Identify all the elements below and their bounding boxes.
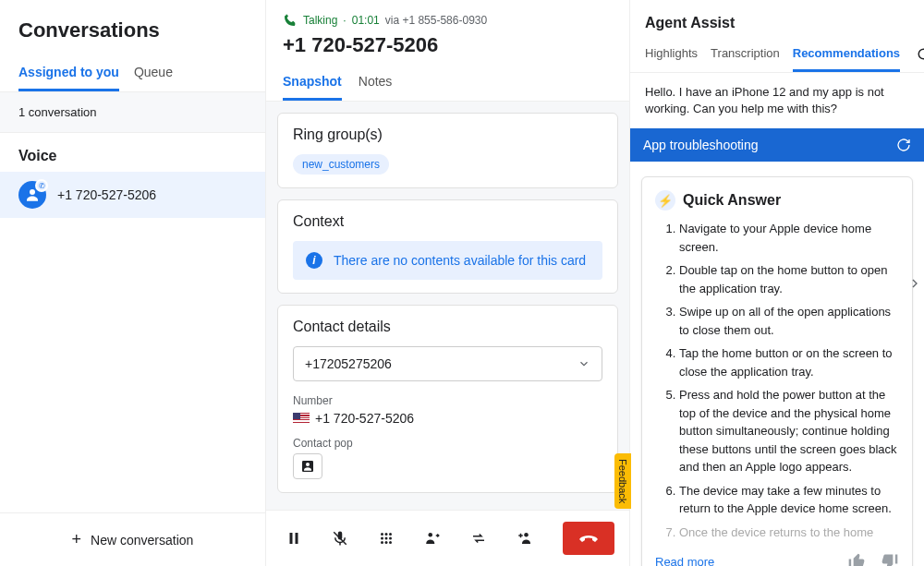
qa-step: Press and hold the power button at the t… [679,386,899,476]
feedback-tab[interactable]: Feedback [614,453,631,509]
call-status: Talking · 01:01 via +1 855-586-0930 [283,13,613,28]
svg-point-10 [381,537,383,540]
svg-rect-4 [296,533,298,544]
contact-pop-label: Contact pop [293,437,602,450]
contact-select[interactable]: +17205275206 [293,346,602,381]
call-tabs: Snapshot Notes [283,66,613,101]
conversations-title: Conversations [0,0,265,57]
svg-point-18 [918,49,924,59]
svg-point-7 [381,533,383,536]
search-button[interactable] [913,43,924,67]
number-value-row: +1 720-527-5206 [293,411,602,426]
chevron-down-icon [578,357,590,370]
phone-badge-icon: ✆ [35,179,48,192]
call-controls [266,510,629,566]
voice-section-title: Voice [0,133,265,172]
context-empty-text: There are no contents available for this… [334,253,586,268]
call-header: Talking · 01:01 via +1 855-586-0930 +1 7… [266,0,629,102]
qa-step: Double tap on the home button to open th… [679,261,899,297]
quick-answer-title: Quick Answer [683,192,781,209]
thumbs-up-button[interactable] [847,552,866,566]
svg-point-13 [381,541,383,544]
swap-button[interactable] [466,525,492,551]
call-body: Ring group(s) new_customers Context i Th… [266,102,629,510]
agent-assist-title: Agent Assist [630,0,924,39]
svg-point-15 [389,541,392,544]
tab-transcription[interactable]: Transcription [711,39,780,72]
pause-button[interactable] [281,525,307,551]
status-time: 01:01 [352,14,380,27]
quick-answer-card: ⚡ Quick Answer Navigate to your Apple de… [641,176,913,566]
context-empty-banner: i There are no contents available for th… [293,241,602,280]
dialpad-button[interactable] [373,525,399,551]
avatar-icon: ✆ [18,181,46,209]
ring-group-title: Ring group(s) [293,126,602,143]
conversation-count: 1 conversation [0,92,265,133]
refresh-button[interactable] [896,138,911,152]
svg-point-12 [389,537,392,540]
transfer-button[interactable] [419,525,445,551]
number-value: +1 720-527-5206 [315,411,414,426]
tab-notes[interactable]: Notes [359,66,393,101]
svg-point-0 [30,189,35,195]
contact-pop-button[interactable] [293,453,322,479]
svg-point-17 [524,533,529,537]
status-via: via +1 855-586-0930 [385,14,487,27]
voice-item-label: +1 720-527-5206 [57,187,156,202]
call-panel: Talking · 01:01 via +1 855-586-0930 +1 7… [266,0,630,566]
qa-step: Navigate to your Apple device home scree… [679,220,899,256]
context-card: Context i There are no contents availabl… [277,199,618,294]
svg-point-9 [389,533,392,536]
hangup-button[interactable] [563,522,614,555]
phone-number-heading: +1 720-527-5206 [283,28,613,66]
recommendation-title: App troubleshooting [643,138,759,152]
lightning-icon: ⚡ [655,190,675,211]
us-flag-icon [293,413,310,424]
status-talking: Talking [303,14,337,27]
svg-point-8 [385,533,388,536]
qa-step: Swipe up on all of the open applications… [679,303,899,339]
svg-point-2 [306,463,310,466]
contact-select-value: +17205275206 [305,356,392,371]
tab-snapshot[interactable]: Snapshot [283,66,342,101]
tab-assigned[interactable]: Assigned to you [18,57,119,91]
number-label: Number [293,394,602,407]
contact-details-card: Contact details +17205275206 Number +1 7… [277,305,618,493]
quick-answer-steps: Navigate to your Apple device home scree… [655,220,899,541]
customer-message: Hello. I have an iPhone 12 and my app is… [630,73,924,128]
ring-group-chip[interactable]: new_customers [293,154,389,175]
tab-highlights[interactable]: Highlights [645,39,698,72]
ring-group-card: Ring group(s) new_customers [277,113,618,188]
svg-rect-3 [290,533,293,544]
new-conversation-label: New conversation [91,533,193,548]
voice-conversation-item[interactable]: ✆ +1 720-527-5206 [0,172,265,218]
info-icon: i [306,252,322,269]
conversations-panel: Conversations Assigned to you Queue 1 co… [0,0,266,566]
next-recommendation-button[interactable] [907,276,922,291]
conversations-tabs: Assigned to you Queue [0,57,265,92]
tab-recommendations[interactable]: Recommendations [793,39,900,72]
contact-details-title: Contact details [293,319,602,335]
qa-step: Tap the home button or on the screen to … [679,344,899,380]
tab-queue[interactable]: Queue [134,57,173,91]
thumbs-down-button[interactable] [881,552,899,566]
plus-icon: + [72,530,82,549]
recommendations-body: ⚡ Quick Answer Navigate to your Apple de… [630,162,924,566]
svg-point-11 [385,537,388,540]
agent-assist-tabs: Highlights Transcription Recommendations [630,39,924,73]
add-participant-button[interactable] [512,525,538,551]
svg-point-16 [429,533,433,537]
new-conversation-button[interactable]: + New conversation [0,512,265,566]
recommendation-header: App troubleshooting [630,128,924,162]
svg-point-14 [385,541,388,544]
read-more-link[interactable]: Read more [655,555,714,566]
context-title: Context [293,213,602,230]
qa-step: Once the device returns to the home [679,524,899,542]
call-active-icon [283,13,298,28]
agent-assist-panel: Agent Assist Highlights Transcription Re… [630,0,924,566]
qa-step: The device may take a few minutes to ret… [679,482,899,518]
mute-button[interactable] [327,525,353,551]
